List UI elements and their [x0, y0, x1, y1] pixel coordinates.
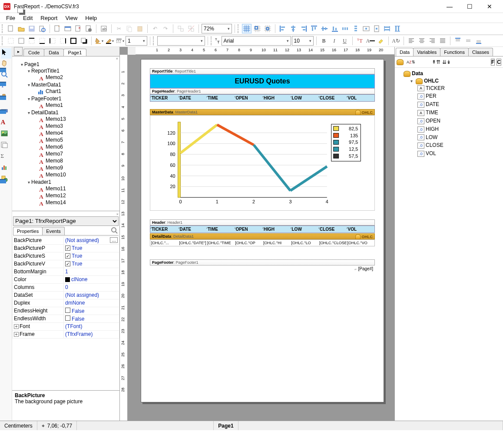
menu-file[interactable]: File — [3, 14, 19, 22]
header-cell[interactable]: ⌐LOW — [291, 226, 319, 232]
data-field[interactable]: DATE — [426, 101, 439, 107]
frame-outer-button[interactable] — [69, 36, 78, 46]
align-text-center-button[interactable] — [417, 36, 427, 46]
band-label-detaildata[interactable]: DetailData: DetailData1 OHLC — [150, 233, 375, 239]
tree-node[interactable]: Memo7 — [46, 151, 63, 157]
page-header-row[interactable]: ⌐TICKER⌐DATE⌐TIME⌐OPEN⌐HIGH⌐LOW⌐CLOSE⌐VO… — [150, 94, 375, 102]
frame-shadow-button[interactable] — [79, 36, 89, 46]
minimize-button[interactable]: — — [440, 0, 460, 13]
data-collapse-button[interactable]: ↟⇈ — [432, 59, 440, 65]
memo-pagenum[interactable]: ⌐ [Page#] — [150, 265, 375, 273]
new-page-button[interactable]: * — [53, 24, 62, 33]
tree-node[interactable]: Memo9 — [46, 165, 63, 171]
object-selector[interactable]: Page1: TfrxReportPage — [13, 216, 119, 226]
undo-button[interactable]: ↶ — [150, 24, 160, 33]
header-cell[interactable]: ⌐OPEN — [235, 226, 263, 232]
prop-value[interactable]: ✓True — [64, 260, 119, 268]
prop-name[interactable]: EndlessHeight — [13, 307, 64, 315]
font-color-button[interactable]: A — [366, 36, 375, 46]
align-text-left-button[interactable] — [407, 36, 416, 46]
tree-close-icon[interactable]: × — [12, 56, 119, 61]
menu-edit[interactable]: Edit — [20, 14, 36, 22]
subreport-tool[interactable] — [1, 141, 11, 152]
header-row[interactable]: ⌐TICKER⌐DATE⌐TIME⌐OPEN⌐HIGH⌐LOW⌐CLOSE⌐VO… — [150, 226, 375, 233]
detail-cell[interactable]: [OHLC."TIME — [206, 240, 235, 246]
page-settings-button[interactable] — [84, 24, 93, 33]
data-field[interactable]: TICKER — [426, 85, 445, 91]
align-left-button[interactable] — [278, 24, 288, 33]
chart-object[interactable]: 204060801001200123482,513597,512,557,5 — [150, 115, 375, 211]
frame-right-button[interactable] — [58, 36, 68, 46]
font-name-combo[interactable]: Arial▾ — [222, 36, 291, 46]
header-cell[interactable]: ⌐OPEN — [235, 95, 263, 101]
frame-bottom-button[interactable] — [37, 36, 47, 46]
align-text-top-button[interactable] — [453, 36, 463, 46]
text-rotate-button[interactable]: A↻ — [391, 36, 401, 46]
prop-name[interactable]: BackPictureS — [13, 252, 64, 260]
delete-page-button[interactable]: × — [73, 24, 83, 33]
tree-node[interactable]: Memo6 — [46, 144, 63, 150]
prop-value[interactable]: (Not assigned) — [64, 291, 119, 299]
data-sort-az-button[interactable]: AZ⇅ — [407, 60, 415, 64]
center-v-page-button[interactable] — [372, 24, 381, 33]
space-h-button[interactable] — [341, 24, 350, 33]
frame-width-combo[interactable]: 1▾ — [126, 36, 147, 46]
data-field[interactable]: OPEN — [426, 118, 440, 124]
align-text-bottom-button[interactable] — [474, 36, 483, 46]
tab-variables-panel[interactable]: Variables — [413, 48, 440, 56]
menu-view[interactable]: View — [62, 14, 81, 22]
sysmemo-tool[interactable]: Σ — [1, 153, 11, 163]
detail-cell[interactable]: [OHLC."OP — [235, 240, 263, 246]
same-width-button[interactable] — [382, 24, 392, 33]
header-cell[interactable]: ⌐HIGH — [262, 95, 291, 101]
cut-button[interactable]: ✂ — [114, 24, 124, 33]
align-bottom-button[interactable] — [330, 24, 340, 33]
prop-name[interactable]: Color — [13, 275, 64, 283]
frame-all-button[interactable] — [17, 36, 26, 46]
header-cell[interactable]: ⌐CLOSE — [318, 226, 347, 232]
ungroup-button[interactable] — [186, 24, 196, 33]
data-tree[interactable]: Data ▾OHLC ATICKER.0PER.0DATEATIME.0OPEN… — [395, 68, 503, 161]
tree-node[interactable]: PageFooter1 — [31, 96, 61, 102]
open-button[interactable] — [17, 24, 26, 33]
properties-search-icon[interactable] — [111, 227, 119, 235]
header-cell[interactable]: ⌐DATE — [179, 95, 207, 101]
prop-name[interactable]: +Frame — [13, 330, 64, 338]
tab-properties[interactable]: Properties — [13, 227, 43, 235]
design-page[interactable]: ReportTitle: ReportTitle1 EURUSD Quotes … — [141, 59, 384, 402]
redo-button[interactable]: ↷ — [161, 24, 170, 33]
prop-name[interactable]: BackPicture — [13, 236, 64, 244]
same-height-button[interactable] — [393, 24, 402, 33]
prop-name[interactable]: Duplex — [13, 299, 64, 307]
font-size-combo[interactable]: 10▾ — [292, 36, 314, 46]
prop-value[interactable]: (TFont) — [64, 322, 119, 330]
frame-style-button[interactable]: ▾ — [115, 36, 125, 46]
align-text-justify-button[interactable] — [438, 36, 447, 46]
dataset-ohlc[interactable]: OHLC — [424, 78, 439, 84]
prop-value[interactable]: ✓True — [64, 244, 119, 252]
tree-node[interactable]: Header1 — [31, 179, 51, 185]
detail-row[interactable]: [OHLC."...[OHLC."DATE"][OHLC."TIME[OHLC.… — [150, 239, 375, 246]
select-tool[interactable] — [1, 48, 11, 59]
tree-node[interactable]: Memo8 — [46, 158, 63, 164]
data-field[interactable]: HIGH — [426, 126, 439, 132]
detail-cell[interactable]: [OHLC."VO — [347, 240, 375, 246]
prop-value[interactable]: ✓True — [64, 252, 119, 260]
data-field[interactable]: CLOSE — [426, 142, 443, 148]
header-cell[interactable]: ⌐TICKER — [150, 95, 179, 101]
prop-name[interactable]: BottomMargin — [13, 268, 64, 275]
frame-left-button[interactable] — [48, 36, 57, 46]
report-tree[interactable]: ▾Page1 ▾ReportTitle1AMemo2▾MasterData1Ch… — [12, 61, 119, 207]
prop-value[interactable]: 0 — [64, 283, 119, 291]
preview-button[interactable] — [37, 24, 47, 33]
align-top-button[interactable] — [309, 24, 319, 33]
zoom-tool[interactable] — [1, 71, 11, 81]
fill-color-button[interactable]: ▾ — [94, 36, 104, 46]
align-right-button[interactable] — [299, 24, 308, 33]
chart-tool[interactable] — [1, 164, 11, 174]
align-middle-v-button[interactable] — [320, 24, 329, 33]
tree-node[interactable]: Memo12 — [46, 192, 66, 199]
paste-button[interactable] — [135, 24, 145, 33]
tree-node[interactable]: Memo13 — [46, 116, 66, 122]
header-cell[interactable]: ⌐TIME — [206, 95, 235, 101]
